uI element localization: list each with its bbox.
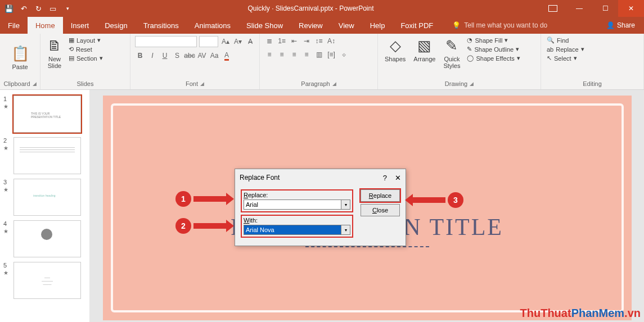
tell-me-search[interactable]: 💡 Tell me what you want to do xyxy=(441,17,597,34)
select-icon: ↖ xyxy=(547,55,552,62)
layout-button[interactable]: ▦Layout ▾ xyxy=(67,36,104,44)
close-window-button[interactable]: ✕ xyxy=(618,0,644,17)
change-case-icon[interactable]: Aa xyxy=(209,51,219,61)
group-editing-label: Editing xyxy=(583,80,602,87)
tab-review[interactable]: Review xyxy=(291,17,331,34)
shapes-icon: ◇ xyxy=(390,37,401,55)
tab-slideshow[interactable]: Slide Show xyxy=(238,17,291,34)
numbering-icon[interactable]: 1≡ xyxy=(277,36,287,46)
slide-thumbnails-pane[interactable]: 1★ THIS IS YOURPRESENTATION TITLE 2★ 3★ … xyxy=(0,90,90,322)
replace-button[interactable]: abReplace ▾ xyxy=(546,45,586,53)
align-center-icon[interactable]: ≡ xyxy=(277,49,287,60)
strikethrough-icon[interactable]: abc xyxy=(184,51,195,61)
replace-font-combo[interactable] xyxy=(244,199,341,210)
decrease-indent-icon[interactable]: ⇤ xyxy=(289,36,299,46)
find-button[interactable]: 🔍Find xyxy=(546,36,586,44)
shapes-button[interactable]: ◇Shapes xyxy=(382,36,408,64)
thumbnail-2-preview xyxy=(13,137,81,174)
maximize-button[interactable]: ☐ xyxy=(592,0,618,17)
text-direction-icon[interactable]: A↕ xyxy=(326,36,336,46)
share-button[interactable]: 👤 Share xyxy=(597,17,644,34)
shadow-icon[interactable]: S xyxy=(172,51,182,61)
increase-font-icon[interactable]: A▴ xyxy=(220,37,231,47)
font-color-icon[interactable]: A xyxy=(222,51,232,61)
align-left-icon[interactable]: ≡ xyxy=(264,49,274,60)
tab-animations[interactable]: Animations xyxy=(187,17,238,34)
reset-icon: ⟲ xyxy=(69,46,74,53)
quick-styles-icon: ✎ xyxy=(445,37,458,55)
paste-button[interactable]: 📋 Paste xyxy=(9,44,31,71)
tab-view[interactable]: View xyxy=(331,17,362,34)
increase-indent-icon[interactable]: ⇥ xyxy=(301,36,312,46)
section-icon: ▤ xyxy=(69,55,74,62)
tab-file[interactable]: File xyxy=(0,17,28,34)
bullets-icon[interactable]: ≣ xyxy=(264,36,274,46)
watermark-part-c: .vn xyxy=(624,307,641,319)
new-slide-label: New Slide xyxy=(48,56,61,69)
paragraph-dialog-launcher-icon[interactable]: ◢ xyxy=(332,81,336,87)
effects-icon: ◯ xyxy=(467,55,474,62)
columns-icon[interactable]: ▥ xyxy=(314,49,324,60)
ribbon-tabs: File Home Insert Design Transitions Anim… xyxy=(0,17,644,34)
replace-label: Replace xyxy=(556,46,578,53)
minimize-button[interactable]: — xyxy=(566,0,592,17)
clear-formatting-icon[interactable]: A̶ xyxy=(245,37,255,47)
shape-effects-button[interactable]: ◯Shape Effects ▾ xyxy=(466,54,521,62)
dialog-titlebar[interactable]: Replace Font ? ✕ xyxy=(235,169,406,186)
decrease-font-icon[interactable]: A▾ xyxy=(233,37,243,47)
dialog-help-button[interactable]: ? xyxy=(383,174,387,182)
tab-help[interactable]: Help xyxy=(362,17,393,34)
new-slide-button[interactable]: 🗎 New Slide xyxy=(45,36,64,70)
tab-home[interactable]: Home xyxy=(28,17,63,34)
arrange-icon: ▧ xyxy=(417,37,431,55)
dialog-close-button[interactable]: ✕ xyxy=(395,174,401,182)
layout-icon: ▦ xyxy=(69,37,74,44)
ribbon-display-options-icon[interactable] xyxy=(548,5,557,12)
tab-transitions[interactable]: Transitions xyxy=(136,17,187,34)
qat-more-icon[interactable]: ▾ xyxy=(62,3,73,14)
arrange-button[interactable]: ▧Arrange xyxy=(411,36,438,64)
line-spacing-icon[interactable]: ↕≡ xyxy=(314,36,324,46)
shape-outline-button[interactable]: ✎Shape Outline ▾ xyxy=(466,45,521,53)
ribbon: 📋 Paste Clipboard◢ 🗎 New Slide ▦Layout ▾… xyxy=(0,34,644,90)
select-button[interactable]: ↖Select ▾ xyxy=(546,54,586,62)
section-button[interactable]: ▤Section ▾ xyxy=(67,54,104,62)
dialog-replace-button[interactable]: Replace xyxy=(361,189,400,202)
with-font-combo[interactable] xyxy=(244,225,341,235)
reset-button[interactable]: ⟲Reset xyxy=(67,45,104,53)
italic-icon[interactable]: I xyxy=(147,51,157,61)
window-controls: — ☐ ✕ xyxy=(566,0,644,17)
thumbnail-4[interactable]: 4★ xyxy=(0,218,89,260)
shape-fill-label: Shape Fill xyxy=(475,37,502,44)
drawing-dialog-launcher-icon[interactable]: ◢ xyxy=(470,81,474,87)
replace-field-group: Replace: ▾ xyxy=(241,189,353,212)
start-from-beginning-icon[interactable]: ▭ xyxy=(47,3,58,14)
font-name-combo[interactable] xyxy=(135,36,197,47)
font-size-combo[interactable] xyxy=(199,36,218,47)
dialog-close-action-button[interactable]: Close xyxy=(361,204,400,216)
underline-icon[interactable]: U xyxy=(160,51,170,61)
with-dropdown-icon[interactable]: ▾ xyxy=(341,225,350,235)
replace-dropdown-icon[interactable]: ▾ xyxy=(341,199,350,210)
quick-styles-button[interactable]: ✎Quick Styles xyxy=(441,36,462,70)
group-clipboard-label: Clipboard xyxy=(3,80,30,87)
character-spacing-icon[interactable]: AV xyxy=(197,51,207,61)
font-dialog-launcher-icon[interactable]: ◢ xyxy=(200,81,204,87)
shape-fill-button[interactable]: ◔Shape Fill ▾ xyxy=(466,36,521,44)
bold-icon[interactable]: B xyxy=(135,51,145,61)
thumbnail-3[interactable]: 3★ transition heading xyxy=(0,176,89,218)
smartart-icon[interactable]: ⟐ xyxy=(339,49,349,60)
thumbnail-1[interactable]: 1★ THIS IS YOURPRESENTATION TITLE xyxy=(0,93,89,135)
align-right-icon[interactable]: ≡ xyxy=(289,49,299,60)
thumbnail-2[interactable]: 2★ xyxy=(0,135,89,176)
justify-icon[interactable]: ≡ xyxy=(301,49,312,60)
thumbnail-5[interactable]: 5★ ————————— xyxy=(0,260,89,301)
save-icon[interactable]: 💾 xyxy=(3,3,15,14)
redo-icon[interactable]: ↻ xyxy=(33,3,44,14)
tab-insert[interactable]: Insert xyxy=(63,17,97,34)
tab-design[interactable]: Design xyxy=(97,17,135,34)
undo-icon[interactable]: ↶ xyxy=(18,3,29,14)
clipboard-dialog-launcher-icon[interactable]: ◢ xyxy=(33,81,37,87)
align-text-icon[interactable]: [≡] xyxy=(326,49,336,60)
tab-foxit[interactable]: Foxit PDF xyxy=(393,17,441,34)
